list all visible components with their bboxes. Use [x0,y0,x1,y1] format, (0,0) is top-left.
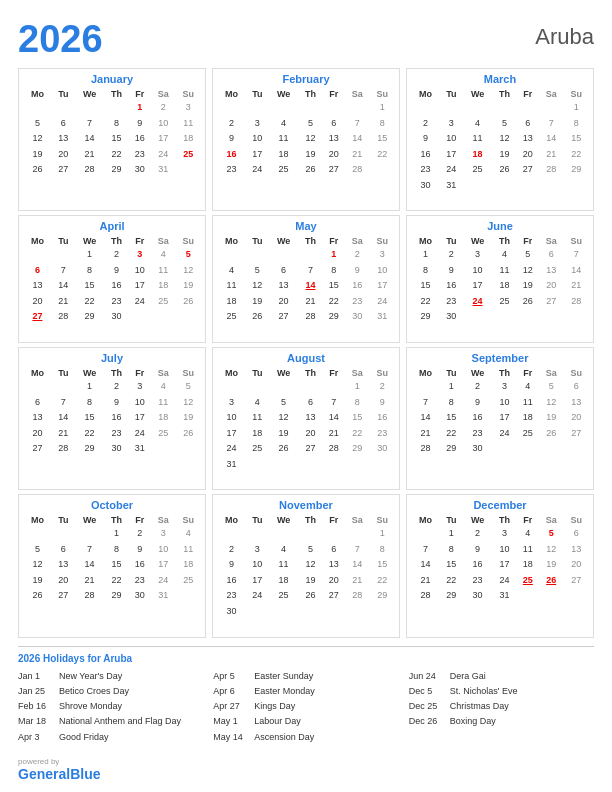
month-block-november: NovemberMoTuWeThFrSaSu123456789101112131… [212,494,400,637]
cal-header-mo: Mo [23,514,52,526]
cal-day: 25 [175,147,201,163]
cal-day: 16 [440,278,463,294]
cal-day: 26 [23,162,52,178]
cal-day: 30 [463,441,493,457]
cal-day: 6 [23,395,52,411]
cal-header-fr: Fr [323,367,345,379]
cal-day: 3 [492,379,516,395]
cal-day: 10 [217,410,246,426]
cal-day: 28 [411,588,440,604]
cal-header-sa: Sa [539,367,563,379]
cal-day: 5 [298,542,322,558]
cal-day [52,247,75,263]
cal-day: 24 [246,588,269,604]
cal-header-su: Su [563,235,589,247]
month-name: August [217,352,395,364]
month-block-january: JanuaryMoTuWeThFrSaSu1235678910111213141… [18,68,206,211]
cal-day: 27 [323,588,345,604]
cal-day: 14 [52,410,75,426]
cal-day [563,178,589,194]
month-name: September [411,352,589,364]
cal-day: 26 [269,441,299,457]
cal-day: 20 [323,573,345,589]
cal-day: 18 [269,147,299,163]
cal-table: MoTuWeThFrSaSu12345678910111213141516171… [411,514,589,604]
cal-day [298,379,322,395]
month-name: July [23,352,201,364]
cal-day: 26 [175,426,201,442]
holiday-date: May 1 [213,714,249,729]
cal-day: 8 [345,395,369,411]
cal-day: 20 [539,278,563,294]
holiday-name: Betico Croes Day [59,684,129,699]
cal-day: 16 [129,131,151,147]
cal-day: 15 [104,131,128,147]
cal-day: 12 [23,131,52,147]
cal-day: 13 [298,410,322,426]
cal-day: 18 [175,131,201,147]
cal-day: 25 [217,309,246,325]
cal-day [129,309,151,325]
cal-day: 19 [269,426,299,442]
cal-table: MoTuWeThFrSaSu12345678910111213141516171… [411,367,589,457]
holiday-item: Mar 18National Anthem and Flag Day [18,714,203,729]
cal-day: 6 [52,116,75,132]
cal-day [539,178,563,194]
cal-day: 28 [345,162,369,178]
cal-header-th: Th [298,514,322,526]
cal-day: 22 [440,573,463,589]
cal-day [269,100,299,116]
cal-day: 28 [539,162,563,178]
cal-day: 20 [23,294,52,310]
cal-day: 9 [104,263,128,279]
cal-day: 10 [246,131,269,147]
cal-header-fr: Fr [517,367,539,379]
cal-day [23,526,52,542]
month-name: October [23,499,201,511]
cal-day: 7 [345,542,369,558]
cal-day: 20 [52,573,75,589]
cal-day: 12 [175,395,201,411]
cal-day: 17 [440,147,463,163]
cal-day: 23 [217,162,246,178]
cal-header-su: Su [175,367,201,379]
cal-day: 25 [151,294,175,310]
holiday-name: Easter Monday [254,684,315,699]
cal-header-sa: Sa [345,88,369,100]
cal-day: 20 [52,147,75,163]
holiday-item: Feb 16Shrove Monday [18,699,203,714]
cal-header-th: Th [104,514,128,526]
cal-day: 1 [440,379,463,395]
month-name: June [411,220,589,232]
cal-day: 25 [269,588,299,604]
cal-day: 24 [151,147,175,163]
cal-day: 4 [175,526,201,542]
cal-day: 19 [539,557,563,573]
cal-header-th: Th [492,235,516,247]
cal-day: 26 [23,588,52,604]
cal-day: 11 [517,542,539,558]
cal-day: 29 [104,162,128,178]
cal-day: 19 [23,147,52,163]
cal-day: 2 [345,247,369,263]
cal-day: 24 [129,426,151,442]
cal-day: 4 [463,116,493,132]
cal-day [323,526,345,542]
cal-day: 12 [492,131,516,147]
cal-day: 5 [539,379,563,395]
cal-day [75,100,105,116]
cal-day: 8 [411,263,440,279]
cal-day: 28 [323,441,345,457]
cal-day: 30 [129,162,151,178]
cal-day: 31 [217,457,246,473]
year-title: 2026 [18,20,103,58]
cal-day: 4 [517,526,539,542]
cal-day: 16 [217,147,246,163]
cal-day: 6 [539,247,563,263]
cal-day: 19 [175,278,201,294]
cal-day [217,526,246,542]
cal-day: 7 [75,116,105,132]
holiday-item: Jan 1New Year's Day [18,669,203,684]
month-block-july: JulyMoTuWeThFrSaSu1234567891011121314151… [18,347,206,490]
holiday-item: Jan 25Betico Croes Day [18,684,203,699]
